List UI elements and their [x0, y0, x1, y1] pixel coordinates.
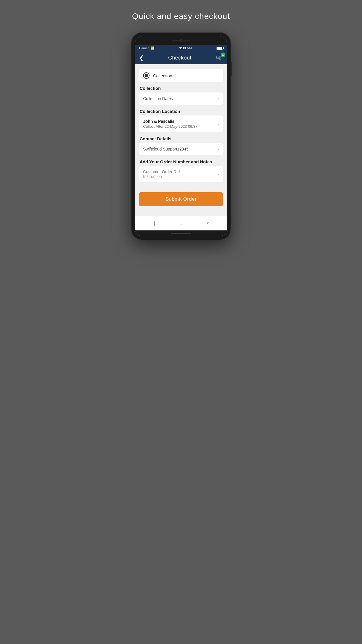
nav-title: Checkout: [168, 55, 191, 61]
location-content: John & Pascalis Collect After 22-May-202…: [143, 119, 217, 129]
back-button[interactable]: ❮: [139, 54, 144, 61]
battery-container: [217, 47, 223, 50]
contact-chevron: ›: [217, 146, 219, 152]
contact-details-section: Contact Details Swiftcloud Support12345 …: [139, 136, 223, 155]
contact-details-item[interactable]: Swiftcloud Support12345 ›: [139, 143, 223, 155]
collection-location-title: Collection Location: [139, 109, 223, 114]
status-left: Carrier 📶: [139, 46, 154, 50]
collection-section: Collection Collection Dates ›: [139, 86, 223, 105]
collection-dates-label: Collection Dates: [143, 96, 173, 101]
notes-text-block: Customer Order Ref Instruction: [143, 169, 217, 179]
order-notes-section: Add Your Order Number and Notes Customer…: [139, 159, 223, 182]
nav-bar: ❮ Checkout 🛒 1: [135, 51, 227, 64]
bottom-home-button[interactable]: □: [180, 220, 183, 226]
collection-radio-label: Collection: [153, 73, 172, 78]
status-bar: Carrier 📶 9:38 AM: [135, 45, 227, 51]
status-time: 9:38 AM: [179, 46, 192, 50]
bottom-menu-button[interactable]: |||: [152, 220, 157, 226]
phone-top-bar: [135, 36, 227, 45]
contact-name: Swiftcloud Support12345: [143, 147, 189, 151]
bottom-nav: ||| □ <: [135, 216, 227, 230]
order-notes-title: Add Your Order Number and Notes: [139, 159, 223, 164]
collection-location-item[interactable]: John & Pascalis Collect After 22-May-202…: [139, 116, 223, 132]
collection-location-section: Collection Location John & Pascalis Coll…: [139, 109, 223, 132]
collection-dates-chevron: ›: [217, 96, 219, 101]
home-bar-line: [171, 233, 191, 234]
notes-line2: Instruction: [143, 174, 217, 179]
radio-inner: [145, 74, 148, 77]
back-icon: <: [206, 220, 210, 226]
notes-line1: Customer Order Ref: [143, 169, 217, 174]
carrier-label: Carrier: [139, 46, 149, 50]
wifi-icon: 📶: [150, 46, 154, 50]
menu-icon: |||: [152, 220, 157, 226]
battery-fill: [217, 47, 222, 50]
order-notes-item[interactable]: Customer Order Ref Instruction ›: [139, 166, 223, 182]
radio-button[interactable]: [143, 72, 150, 79]
location-chevron: ›: [217, 121, 219, 127]
battery-icon: [217, 47, 223, 50]
bottom-back-button[interactable]: <: [206, 220, 210, 226]
phone-screen: Carrier 📶 9:38 AM ❮ Checkout 🛒 1: [135, 36, 227, 236]
page-headline: Quick and easy checkout: [132, 12, 230, 21]
cart-button[interactable]: 🛒 1: [216, 54, 223, 61]
location-name: John & Pascalis: [143, 119, 217, 124]
collection-dates-item[interactable]: Collection Dates ›: [139, 92, 223, 105]
home-icon: □: [180, 220, 183, 226]
cart-badge: 1: [221, 52, 225, 57]
phone-shell: Carrier 📶 9:38 AM ❮ Checkout 🛒 1: [131, 33, 231, 240]
home-bar: [135, 230, 227, 236]
collection-section-title: Collection: [139, 86, 223, 91]
phone-speaker: [172, 40, 190, 41]
screen-content: Collection Collection Collection Dates ›…: [135, 64, 227, 216]
contact-details-title: Contact Details: [139, 136, 223, 141]
notes-chevron: ›: [217, 172, 219, 177]
location-subtitle: Collect After 22-May-2023 09:37: [143, 124, 217, 129]
submit-order-button[interactable]: Submit Order: [139, 192, 223, 206]
collection-radio-option[interactable]: Collection: [139, 69, 223, 82]
